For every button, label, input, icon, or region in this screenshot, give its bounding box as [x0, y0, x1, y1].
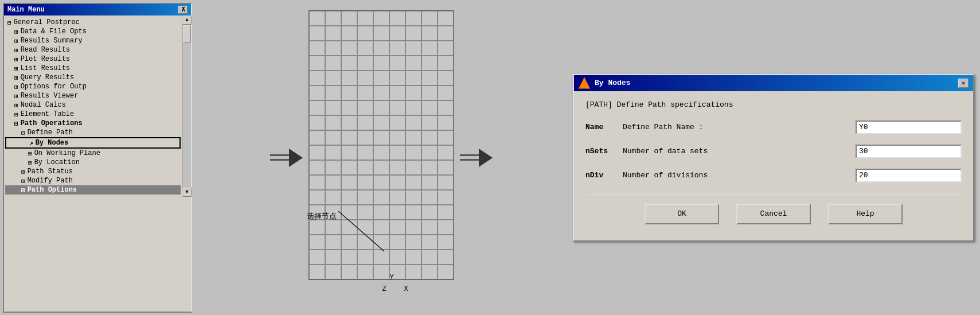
- grid-cell: [357, 190, 373, 205]
- arrow2: [460, 149, 493, 167]
- z-axis-text: Z: [382, 285, 386, 293]
- expand-icon: ⊟: [7, 19, 11, 26]
- expand-icon: ⊟: [14, 111, 18, 118]
- nsets-field-row: nSets Number of data sets: [585, 145, 962, 158]
- grid-cell: [309, 85, 325, 100]
- sidebar-item-general-postproc[interactable]: ⊟ General Postproc: [5, 18, 181, 27]
- grid-cell: [405, 56, 421, 71]
- grid-cell: [373, 220, 389, 235]
- sidebar-item-modify-path[interactable]: ⊞ Modify Path: [5, 176, 181, 185]
- grid-cell: [373, 250, 389, 265]
- grid-cell: [373, 11, 389, 26]
- grid-cell: [309, 26, 325, 41]
- x-axis-text: X: [404, 285, 408, 293]
- sidebar-item-plot-results[interactable]: ⊞ Plot Results: [5, 55, 181, 64]
- grid-cell: [373, 145, 389, 160]
- arrow-line2-top: [460, 154, 480, 156]
- grid-cell: [438, 130, 454, 145]
- arrow-line-top: [270, 154, 290, 156]
- grid-cell: [389, 235, 405, 250]
- grid-cell: [438, 205, 454, 220]
- sidebar-item-by-location[interactable]: ⊞ By Location: [5, 158, 181, 167]
- double-arrow-lines2: [460, 154, 480, 161]
- grid-cell: [325, 220, 341, 235]
- grid-cell: [373, 235, 389, 250]
- grid-cell: [325, 115, 341, 130]
- sidebar-item-define-path[interactable]: ⊟ Define Path: [5, 128, 181, 137]
- sidebar-item-label: Read Results: [21, 46, 70, 54]
- grid-cell: [357, 205, 373, 220]
- grid-cell: [438, 71, 454, 85]
- sidebar-item-data-file-opts[interactable]: ⊞ Data & File Opts: [5, 27, 181, 36]
- nsets-field-short-label: nSets: [585, 147, 617, 155]
- sidebar-item-path-options[interactable]: ⊞ Path Options: [5, 185, 181, 195]
- expand-icon: ⊞: [21, 186, 25, 194]
- grid-cell: [438, 265, 454, 279]
- help-button[interactable]: Help: [828, 204, 903, 224]
- sidebar-item-options-outp[interactable]: ⊞ Options for Outp: [5, 82, 181, 91]
- expand-icon: ⊞: [14, 28, 18, 36]
- sidebar-item-by-nodes[interactable]: ↗ By Nodes: [5, 137, 181, 149]
- cancel-button[interactable]: Cancel: [736, 204, 811, 224]
- scroll-thumb[interactable]: [183, 25, 191, 42]
- grid-cell: [325, 250, 341, 265]
- grid-cell: [341, 71, 357, 85]
- grid-cell: [357, 145, 373, 160]
- grid-cell: [389, 250, 405, 265]
- y-axis-text: Y: [390, 274, 394, 282]
- minimize-button[interactable]: ⊼: [178, 6, 188, 14]
- grid-cell: [357, 71, 373, 85]
- ok-button[interactable]: OK: [645, 204, 719, 224]
- expand-icon: ⊞: [14, 37, 18, 45]
- grid-cell: [405, 250, 421, 265]
- grid-cell: [438, 190, 454, 205]
- scroll-down-button[interactable]: ▼: [182, 188, 192, 197]
- grid-cell: [309, 175, 325, 190]
- scroll-up-button[interactable]: ▲: [182, 15, 192, 25]
- grid-cell: [325, 56, 341, 71]
- grid-cell: [389, 145, 405, 160]
- grid-cell: [389, 100, 405, 115]
- center-area: Y Z X 选择节点: [195, 0, 567, 315]
- grid-cell: [373, 190, 389, 205]
- name-field-short-label: Name: [585, 123, 617, 131]
- sidebar-item-read-results[interactable]: ⊞ Read Results: [5, 45, 181, 55]
- nsets-input[interactable]: [856, 145, 962, 158]
- sidebar-item-label: Modify Path: [28, 177, 73, 185]
- dialog-close-button[interactable]: ✕: [958, 79, 969, 88]
- grid-cell: [421, 175, 438, 190]
- grid-cell: [389, 220, 405, 235]
- grid-cell: [405, 160, 421, 175]
- grid-cell: [421, 145, 438, 160]
- sidebar-item-on-working-plane[interactable]: ⊞ On Working Plane: [5, 149, 181, 158]
- sidebar-item-query-results[interactable]: ⊞ Query Results: [5, 73, 181, 82]
- grid-cell: [357, 85, 373, 100]
- ndiv-input[interactable]: [856, 169, 962, 182]
- sidebar-item-path-operations[interactable]: ⊟ Path Operations: [5, 119, 181, 128]
- sidebar-item-list-results[interactable]: ⊞ List Results: [5, 64, 181, 73]
- grid-cell: [325, 205, 341, 220]
- sidebar-item-results-summary[interactable]: ⊞ Results Summary: [5, 36, 181, 45]
- arrow-line-bottom: [270, 159, 290, 161]
- grid-cell: [373, 85, 389, 100]
- sidebar-item-element-table[interactable]: ⊟ Element Table: [5, 110, 181, 119]
- grid-cell: [341, 56, 357, 71]
- sidebar-item-nodal-calcs[interactable]: ⊞ Nodal Calcs: [5, 100, 181, 110]
- sidebar-item-results-viewer[interactable]: ⊞ Results Viewer: [5, 91, 181, 100]
- grid-cell: [405, 205, 421, 220]
- dialog-buttons: OK Cancel Help: [585, 204, 962, 231]
- grid-cell: [373, 265, 389, 279]
- expand-icon: ⊞: [14, 83, 18, 91]
- grid-container: Y Z X 选择节点: [309, 10, 454, 305]
- arrow1: [270, 149, 303, 167]
- grid-cell: [341, 130, 357, 145]
- grid-cell: [341, 41, 357, 56]
- grid-cell: [325, 11, 341, 26]
- grid-cell: [341, 175, 357, 190]
- by-nodes-dialog: By Nodes ✕ [PATH] Define Path specificat…: [573, 74, 974, 242]
- name-input[interactable]: [856, 120, 962, 134]
- sidebar-item-path-status[interactable]: ⊞ Path Status: [5, 167, 181, 176]
- grid-cell: [389, 41, 405, 56]
- sidebar-item-label: Define Path: [28, 129, 73, 137]
- grid-cell: [341, 220, 357, 235]
